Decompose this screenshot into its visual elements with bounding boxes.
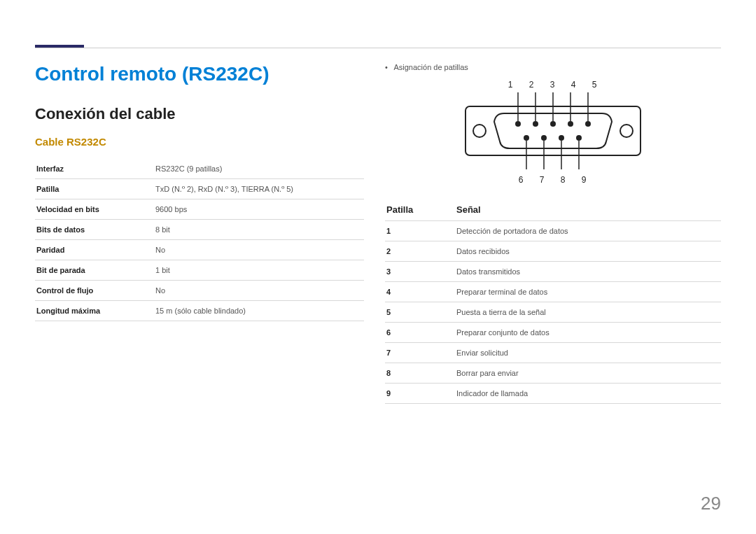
pin-labels-bottom: 6 7 8 9: [391, 175, 721, 185]
svg-point-1: [473, 125, 486, 137]
spec-value: 9600 bps: [154, 199, 364, 220]
table-row: InterfazRS232C (9 patillas): [35, 159, 364, 179]
svg-point-11: [576, 135, 582, 141]
connector-diagram: 1 2 3 4 5: [385, 80, 721, 185]
table-row: Control de flujoNo: [35, 281, 364, 301]
bullet-pin-assignment: • Asignación de patillas: [385, 63, 721, 71]
bullet-dot-icon: •: [385, 63, 392, 71]
pin-labels-top: 1 2 3 4 5: [391, 80, 721, 90]
db9-connector-icon: [462, 92, 644, 169]
spec-value: No: [154, 281, 364, 301]
page-subtitle: Conexión del cable: [35, 105, 364, 123]
pin-number: 9: [385, 384, 455, 404]
pin-signal: Puesta a tierra de la señal: [455, 302, 721, 323]
table-row: 8Borrar para enviar: [385, 363, 721, 384]
svg-point-5: [550, 121, 556, 127]
section-heading: Cable RS232C: [35, 136, 364, 148]
spec-value: 8 bit: [154, 220, 364, 240]
svg-point-7: [585, 121, 591, 127]
page-number: 29: [701, 493, 721, 514]
pin-signal: Enviar solicitud: [455, 343, 721, 363]
table-row: Bits de datos8 bit: [35, 220, 364, 240]
svg-point-4: [533, 121, 538, 127]
svg-point-10: [559, 135, 564, 141]
spec-value: 15 m (sólo cable blindado): [154, 301, 364, 321]
pin-signal: Detección de portadora de datos: [455, 221, 721, 241]
spec-value: 1 bit: [154, 260, 364, 281]
spec-key: Bits de datos: [35, 220, 154, 240]
svg-point-8: [524, 135, 529, 141]
svg-point-9: [541, 135, 547, 141]
document-page: Control remoto (RS232C) Conexión del cab…: [0, 0, 756, 534]
header-rule: [35, 48, 721, 48]
pin-signal: Preparar conjunto de datos: [455, 323, 721, 343]
table-row: ParidadNo: [35, 240, 364, 260]
table-row: 2Datos recibidos: [385, 241, 721, 262]
spec-key: Interfaz: [35, 159, 154, 179]
pin-signal-table: Patilla Señal 1Detección de portadora de…: [385, 199, 721, 404]
pin-number: 1: [385, 221, 455, 241]
spec-value: No: [154, 240, 364, 260]
table-row: 4Preparar terminal de datos: [385, 282, 721, 302]
spec-value: TxD (N.º 2), RxD (N.º 3), TIERRA (N.º 5): [154, 179, 364, 199]
left-column: Control remoto (RS232C) Conexión del cab…: [35, 63, 364, 404]
table-row: 5Puesta a tierra de la señal: [385, 302, 721, 323]
spec-table: InterfazRS232C (9 patillas) PatillaTxD (…: [35, 159, 364, 321]
pin-signal: Datos transmitidos: [455, 262, 721, 282]
pin-signal: Datos recibidos: [455, 241, 721, 262]
header-accent-bar: [35, 35, 84, 48]
pin-signal: Indicador de llamada: [455, 384, 721, 404]
table-row: Bit de parada1 bit: [35, 260, 364, 281]
spec-key: Longitud máxima: [35, 301, 154, 321]
spec-value: RS232C (9 patillas): [154, 159, 364, 179]
table-row: 1Detección de portadora de datos: [385, 221, 721, 241]
table-row: 9Indicador de llamada: [385, 384, 721, 404]
pin-header: Patilla: [385, 199, 455, 221]
pin-number: 5: [385, 302, 455, 323]
spec-key: Patilla: [35, 179, 154, 199]
pin-number: 7: [385, 343, 455, 363]
table-row: Longitud máxima15 m (sólo cable blindado…: [35, 301, 364, 321]
svg-point-2: [620, 125, 633, 137]
pin-number: 8: [385, 363, 455, 384]
table-row: 6Preparar conjunto de datos: [385, 323, 721, 343]
table-row: 7Enviar solicitud: [385, 343, 721, 363]
content-columns: Control remoto (RS232C) Conexión del cab…: [35, 63, 721, 404]
table-row: Velocidad en bits9600 bps: [35, 199, 364, 220]
pin-number: 3: [385, 262, 455, 282]
bullet-text: Asignación de patillas: [393, 63, 468, 71]
pin-signal: Preparar terminal de datos: [455, 282, 721, 302]
right-column: • Asignación de patillas 1 2 3 4 5: [385, 63, 721, 404]
table-row: PatillaTxD (N.º 2), RxD (N.º 3), TIERRA …: [35, 179, 364, 199]
spec-key: Paridad: [35, 240, 154, 260]
pin-number: 4: [385, 282, 455, 302]
pin-number: 6: [385, 323, 455, 343]
svg-point-3: [515, 121, 521, 127]
signal-header: Señal: [455, 199, 721, 221]
pin-signal: Borrar para enviar: [455, 363, 721, 384]
table-header-row: Patilla Señal: [385, 199, 721, 221]
page-title: Control remoto (RS232C): [35, 63, 364, 85]
svg-point-6: [568, 121, 573, 127]
table-row: 3Datos transmitidos: [385, 262, 721, 282]
spec-key: Control de flujo: [35, 281, 154, 301]
spec-key: Velocidad en bits: [35, 199, 154, 220]
pin-number: 2: [385, 241, 455, 262]
spec-key: Bit de parada: [35, 260, 154, 281]
